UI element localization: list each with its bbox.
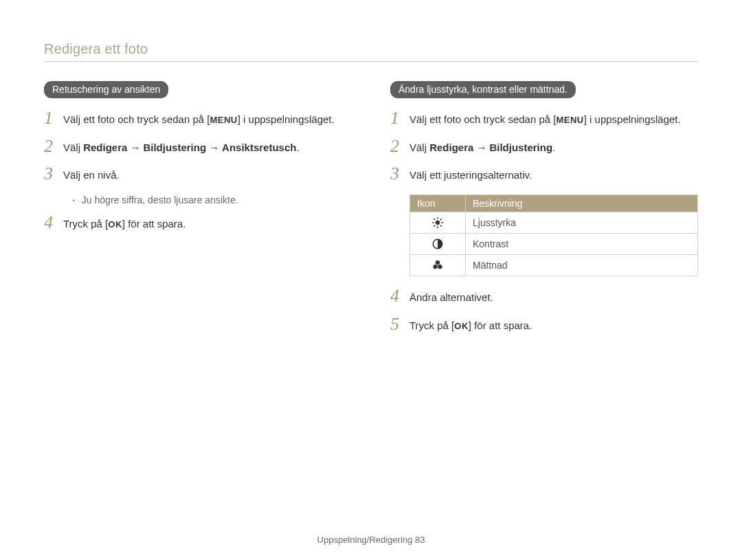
adjustment-table: Ikon Beskrivning Ljusstyrka xyxy=(409,194,698,277)
menu-button-glyph: MENU xyxy=(556,113,583,127)
page-title: Redigera ett foto xyxy=(44,41,698,62)
arrow-icon: → xyxy=(127,142,143,153)
table-header-row: Ikon Beskrivning xyxy=(410,194,698,212)
manual-page: Redigera ett foto Retuschering av ansikt… xyxy=(0,0,742,560)
svg-point-11 xyxy=(433,265,437,269)
step-number: 4 xyxy=(390,287,409,305)
right-heading-pill: Ändra ljusstyrka, kontrast eller mättnad… xyxy=(390,81,576,98)
step-number: 3 xyxy=(390,165,409,183)
table-head-desc: Beskrivning xyxy=(466,194,698,212)
step-text: Välj ett foto och tryck sedan på [MENU] … xyxy=(63,111,352,128)
contrast-icon xyxy=(410,233,466,254)
note-item: Ju högre siffra, desto ljusare ansikte. xyxy=(73,194,352,205)
footer-page-number: 83 xyxy=(415,535,425,545)
table-cell-desc: Kontrast xyxy=(466,233,698,254)
step-number: 5 xyxy=(390,315,409,333)
right-step-1: 1 Välj ett foto och tryck sedan på [MENU… xyxy=(390,111,698,128)
step-number: 1 xyxy=(44,109,63,127)
arrow-icon: → xyxy=(473,142,489,153)
left-step-3: 3 Välj en nivå. xyxy=(44,166,352,183)
step-number: 2 xyxy=(390,137,409,155)
brightness-icon xyxy=(410,212,466,233)
table-cell-desc: Ljusstyrka xyxy=(466,212,698,233)
svg-line-6 xyxy=(440,225,442,227)
step-text: Välj ett foto och tryck sedan på [MENU] … xyxy=(409,111,698,128)
step-text: Välj ett justeringsalternativ. xyxy=(409,166,698,183)
step-number: 2 xyxy=(44,137,63,155)
left-column: Retuschering av ansikten 1 Välj ett foto… xyxy=(44,81,352,344)
left-step-2: 2 Välj Redigera→Bildjustering→Ansiktsret… xyxy=(44,139,352,156)
left-note-list: Ju högre siffra, desto ljusare ansikte. xyxy=(73,194,352,205)
step-text: Tryck på [OK] för att spara. xyxy=(409,317,698,334)
step-text: Välj en nivå. xyxy=(63,166,352,183)
svg-line-7 xyxy=(434,225,435,227)
step-number: 4 xyxy=(44,214,63,232)
table-row: Kontrast xyxy=(410,233,698,254)
right-step-3: 3 Välj ett justeringsalternativ. xyxy=(390,166,698,183)
table-row: Mättnad xyxy=(410,255,698,276)
svg-point-10 xyxy=(436,260,440,265)
step-text: Ändra alternativet. xyxy=(409,289,698,306)
step-text: Välj Redigera→Bildjustering→Ansiktsretus… xyxy=(63,139,352,156)
step-text: Tryck på [OK] för att spara. xyxy=(63,215,352,232)
left-heading-pill: Retuschering av ansikten xyxy=(44,81,168,98)
step-text: Välj Redigera→Bildjustering. xyxy=(409,139,698,156)
right-step-4: 4 Ändra alternativet. xyxy=(390,289,698,306)
table-cell-desc: Mättnad xyxy=(466,255,698,276)
table-row: Ljusstyrka xyxy=(410,212,698,233)
page-footer: Uppspelning/Redigering 83 xyxy=(0,535,742,545)
ok-button-glyph: OK xyxy=(108,218,122,232)
menu-button-glyph: MENU xyxy=(210,113,237,127)
svg-point-12 xyxy=(438,265,442,269)
ok-button-glyph: OK xyxy=(454,320,469,333)
left-step-4: 4 Tryck på [OK] för att spara. xyxy=(44,215,352,232)
right-step-2: 2 Välj Redigera→Bildjustering. xyxy=(390,139,698,156)
saturation-icon xyxy=(410,255,466,276)
svg-line-8 xyxy=(440,219,442,220)
step-number: 1 xyxy=(390,109,409,127)
step-number: 3 xyxy=(44,165,63,183)
right-column: Ändra ljusstyrka, kontrast eller mättnad… xyxy=(390,81,698,344)
left-step-1: 1 Välj ett foto och tryck sedan på [MENU… xyxy=(44,111,352,128)
table-head-icon: Ikon xyxy=(410,194,466,212)
content-columns: Retuschering av ansikten 1 Välj ett foto… xyxy=(44,81,698,344)
footer-section: Uppspelning/Redigering xyxy=(317,535,413,545)
right-step-5: 5 Tryck på [OK] för att spara. xyxy=(390,317,698,334)
svg-point-0 xyxy=(436,221,440,225)
svg-line-5 xyxy=(434,219,435,220)
arrow-icon: → xyxy=(206,142,222,153)
